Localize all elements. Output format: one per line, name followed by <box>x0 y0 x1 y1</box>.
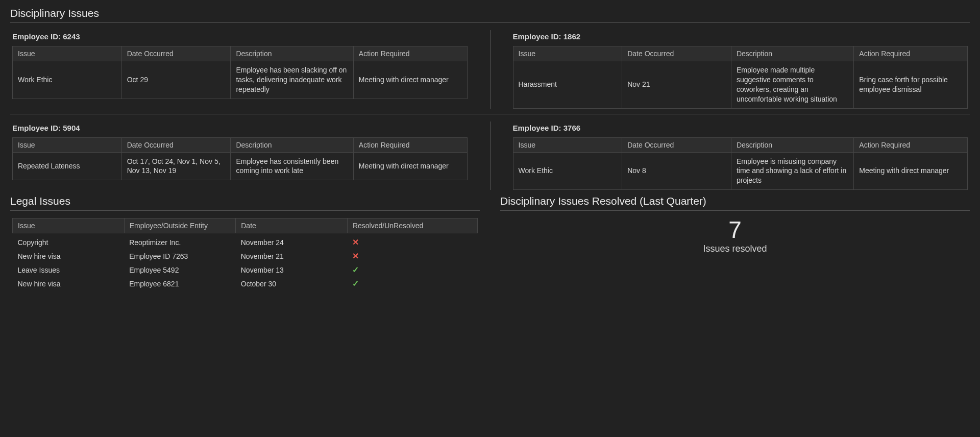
emp-id-value: 3766 <box>564 124 580 132</box>
disciplinary-title: Disciplinary Issues <box>10 7 970 19</box>
col-legal-status: Resolved/UnResolved <box>347 218 477 233</box>
vertical-divider <box>490 30 491 109</box>
col-issue: Issue <box>13 137 122 152</box>
legal-table: Issue Employee/Outside Entity Date Resol… <box>12 218 478 290</box>
employee-card: Employee ID: 1862 Issue Date Occurred De… <box>511 30 970 109</box>
cell-action: Meeting with direct manager <box>353 61 467 99</box>
employee-card: Employee ID: 3766 Issue Date Occurred De… <box>511 122 970 190</box>
disciplinary-row-2: Employee ID: 5904 Issue Date Occurred De… <box>10 122 970 190</box>
emp-id-prefix: Employee ID: <box>12 124 61 132</box>
cell-date: Oct 17, Oct 24, Nov 1, Nov 5, Nov 13, No… <box>121 152 231 180</box>
table-header-row: Issue Date Occurred Description Action R… <box>13 137 468 152</box>
cell-legal-date: November 13 <box>236 263 348 277</box>
cell-desc: Employee has consistently been coming in… <box>231 152 353 180</box>
employee-id-label: Employee ID: 3766 <box>513 124 968 132</box>
disciplinary-table: Issue Date Occurred Description Action R… <box>513 137 968 190</box>
cell-date: Nov 8 <box>622 152 731 190</box>
col-legal-date: Date <box>236 218 348 233</box>
divider <box>10 210 480 211</box>
cell-legal-issue: Leave Issues <box>13 263 125 277</box>
col-action: Action Required <box>854 137 968 152</box>
col-desc: Description <box>231 46 353 61</box>
col-action: Action Required <box>854 46 968 61</box>
employee-card: Employee ID: 5904 Issue Date Occurred De… <box>10 122 470 190</box>
disciplinary-table: Issue Date Occurred Description Action R… <box>513 46 968 109</box>
cell-action: Meeting with direct manager <box>854 152 968 190</box>
table-header-row: Issue Date Occurred Description Action R… <box>513 46 968 61</box>
cell-action: Bring case forth for possible employee d… <box>854 61 968 109</box>
cell-issue: Work Ethic <box>513 152 622 190</box>
cell-legal-entity: Employee ID 7263 <box>124 249 236 263</box>
col-legal-entity: Employee/Outside Entity <box>124 218 236 233</box>
emp-id-value: 1862 <box>564 32 580 41</box>
table-row: New hire visaEmployee ID 7263November 21… <box>13 249 478 263</box>
cell-desc: Employee made multiple suggestive commen… <box>731 61 853 109</box>
resolved-label: Issues resolved <box>500 244 970 254</box>
col-issue: Issue <box>13 46 122 61</box>
col-issue: Issue <box>513 46 622 61</box>
resolved-count: 7 <box>500 218 970 241</box>
cell-legal-entity: Employee 5492 <box>124 263 236 277</box>
table-row: Leave IssuesEmployee 5492November 13✓ <box>13 263 478 277</box>
emp-id-prefix: Employee ID: <box>513 124 561 132</box>
resolved-title: Disciplinary Issues Resolved (Last Quart… <box>500 195 970 207</box>
table-row: Work Ethic Oct 29 Employee has been slac… <box>13 61 468 99</box>
table-row: Harassment Nov 21 Employee made multiple… <box>513 61 968 109</box>
cell-legal-date: November 24 <box>236 233 348 250</box>
check-icon: ✓ <box>352 279 359 288</box>
col-date: Date Occurred <box>622 137 731 152</box>
cell-legal-status: ✓ <box>347 277 477 290</box>
col-action: Action Required <box>353 137 467 152</box>
cell-desc: Employee has been slacking off on tasks,… <box>231 61 353 99</box>
table-header-row: Issue Date Occurred Description Action R… <box>513 137 968 152</box>
vertical-divider <box>490 122 491 190</box>
x-icon: ✕ <box>352 238 359 247</box>
col-desc: Description <box>731 137 853 152</box>
row-divider <box>10 114 970 114</box>
col-issue: Issue <box>513 137 622 152</box>
disciplinary-table: Issue Date Occurred Description Action R… <box>12 46 468 99</box>
emp-id-value: 5904 <box>63 124 80 132</box>
legal-panel: Legal Issues Issue Employee/Outside Enti… <box>10 195 480 290</box>
emp-id-value: 6243 <box>63 32 80 41</box>
cell-legal-entity: Reoptimizer Inc. <box>124 233 236 250</box>
employee-id-label: Employee ID: 1862 <box>513 32 968 41</box>
employee-card: Employee ID: 6243 Issue Date Occurred De… <box>10 30 470 109</box>
table-row: CopyrightReoptimizer Inc.November 24✕ <box>13 233 478 250</box>
cell-legal-issue: New hire visa <box>13 277 125 290</box>
check-icon: ✓ <box>352 265 359 274</box>
col-date: Date Occurred <box>121 137 231 152</box>
col-action: Action Required <box>353 46 467 61</box>
cell-legal-status: ✓ <box>347 263 477 277</box>
cell-legal-issue: New hire visa <box>13 249 125 263</box>
cell-date: Oct 29 <box>121 61 231 99</box>
cell-desc: Employee is misusing company time and sh… <box>731 152 853 190</box>
cell-action: Meeting with direct manager <box>353 152 467 180</box>
table-header-row: Issue Employee/Outside Entity Date Resol… <box>13 218 478 233</box>
col-date: Date Occurred <box>121 46 231 61</box>
table-row: Work Ethic Nov 8 Employee is misusing co… <box>513 152 968 190</box>
cell-legal-status: ✕ <box>347 233 477 250</box>
cell-issue: Work Ethic <box>13 61 122 99</box>
emp-id-prefix: Employee ID: <box>12 32 61 41</box>
table-row: Repeated Lateness Oct 17, Oct 24, Nov 1,… <box>13 152 468 180</box>
col-desc: Description <box>231 137 353 152</box>
col-desc: Description <box>731 46 853 61</box>
cell-date: Nov 21 <box>622 61 731 109</box>
cell-legal-entity: Employee 6821 <box>124 277 236 290</box>
divider <box>10 22 970 23</box>
table-row: New hire visaEmployee 6821October 30✓ <box>13 277 478 290</box>
cell-legal-date: November 21 <box>236 249 348 263</box>
disciplinary-table: Issue Date Occurred Description Action R… <box>12 137 468 181</box>
disciplinary-row-1: Employee ID: 6243 Issue Date Occurred De… <box>10 30 970 109</box>
table-header-row: Issue Date Occurred Description Action R… <box>13 46 468 61</box>
emp-id-prefix: Employee ID: <box>513 32 561 41</box>
cell-issue: Repeated Lateness <box>13 152 122 180</box>
employee-id-label: Employee ID: 6243 <box>12 32 468 41</box>
col-date: Date Occurred <box>622 46 731 61</box>
x-icon: ✕ <box>352 252 359 260</box>
legal-title: Legal Issues <box>10 195 480 207</box>
col-legal-issue: Issue <box>13 218 125 233</box>
divider <box>500 210 970 211</box>
employee-id-label: Employee ID: 5904 <box>12 124 468 132</box>
